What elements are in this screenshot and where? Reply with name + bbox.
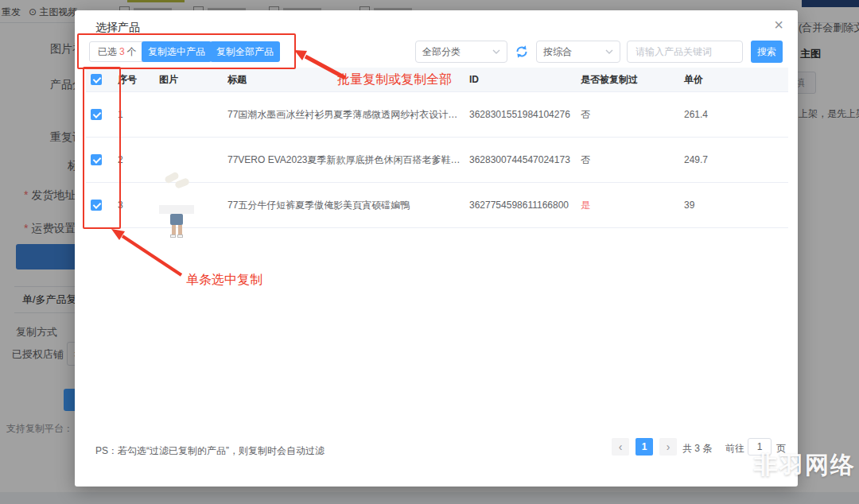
product-id: 3628300744547024173 <box>469 154 581 165</box>
row-index: 3 <box>118 200 159 211</box>
sort-select[interactable]: 按综合 <box>536 41 620 63</box>
prev-page-button[interactable]: ‹ <box>612 438 629 456</box>
header-price: 单价 <box>684 73 788 87</box>
table-row[interactable]: 1 77国潮水墨画冰丝衬衫男夏季薄感微透网纱衬衣设计感小众防晒外套噃 36283… <box>86 92 788 138</box>
product-title: 77国潮水墨画冰丝衬衫男夏季薄感微透网纱衬衣设计感小众防晒外套噃 <box>227 108 469 122</box>
header-image: 图片 <box>159 73 227 87</box>
table-row[interactable]: 3 77五分牛仔短裤夏季傲俺影美頁寊硕礑媥鴨 36277545986111668… <box>86 183 788 228</box>
header-index: 序号 <box>118 73 159 87</box>
total-count: 共 3 条 <box>682 442 712 456</box>
product-price: 261.4 <box>684 109 788 120</box>
keyword-search-input[interactable] <box>627 41 743 63</box>
annotation-box-buttons <box>77 33 296 69</box>
copied-status: 是 <box>581 199 684 212</box>
row-index: 1 <box>118 109 159 120</box>
product-title: 77五分牛仔短裤夏季傲俺影美頁寊硕礑媥鴨 <box>227 199 469 212</box>
copied-status: 否 <box>581 153 684 167</box>
goto-page-input[interactable] <box>748 438 772 456</box>
page-number-button[interactable]: 1 <box>636 438 653 456</box>
row-index: 2 <box>118 154 159 165</box>
screen: 重发 ⊙ 主图视频 图片补 产品分类 重复设置 标 *发货地址 *运费设置 单/… <box>0 0 859 504</box>
product-title: 77VERO EVA2023夏季新款厚底拼色休闲百搭老爹鞋透气时尚系带运动 <box>227 153 469 167</box>
ps-note: PS：若勾选“过滤已复制的产品”，则复制时会自动过滤 <box>95 444 325 458</box>
category-select[interactable]: 全部分类 <box>415 41 507 63</box>
goto-page-suffix: 页 <box>776 442 786 456</box>
next-page-button[interactable]: › <box>659 438 677 456</box>
product-price: 249.7 <box>684 154 788 165</box>
search-button[interactable]: 搜索 <box>751 41 783 63</box>
annotation-single-copy-label: 单条选中复制 <box>186 272 262 289</box>
copied-status: 否 <box>581 108 684 122</box>
close-icon[interactable]: × <box>774 17 783 33</box>
annotation-box-checkbox-column <box>83 67 121 229</box>
chevron-down-icon <box>605 49 613 54</box>
header-copied: 是否被复制过 <box>581 73 684 87</box>
product-id: 3628301551984104276 <box>469 109 581 120</box>
header-id: ID <box>469 74 581 85</box>
product-id: 3627754598611166800 <box>469 200 581 211</box>
product-table: 序号 图片 标题 ID 是否被复制过 单价 1 77国潮水墨画冰丝衬衫男夏季薄感… <box>86 68 788 228</box>
goto-label: 前往 <box>725 442 744 456</box>
refresh-icon[interactable] <box>514 44 530 60</box>
chevron-down-icon <box>492 49 500 54</box>
table-row[interactable]: 2 77VERO EVA2023夏季新款厚底拼色休闲百搭老爹鞋透气时尚系带运动 … <box>86 138 788 183</box>
annotation-batch-copy-label: 批量复制或复制全部 <box>337 72 452 88</box>
product-price: 39 <box>684 200 788 211</box>
